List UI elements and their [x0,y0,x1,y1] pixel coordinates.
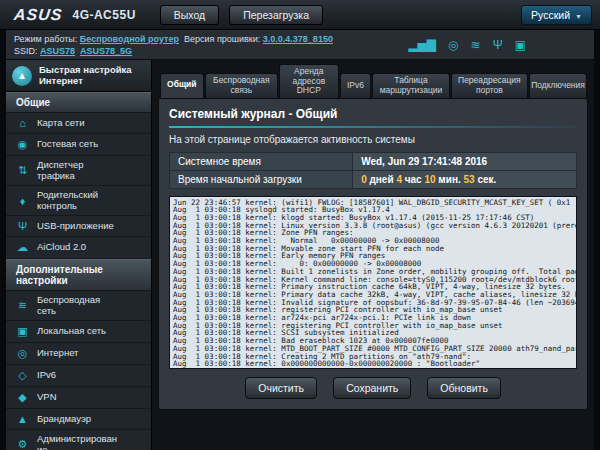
system-log-panel: Системный журнал - Общий На этой страниц… [158,98,588,410]
top-bar: ASUS 4G-AC55U Выход Перезагрузка Русский… [0,0,600,30]
status-icons: ▂▅▇ ◎ ≋ Ψ ▣ [408,38,526,52]
clients-status-icon[interactable]: ▣ [515,38,526,52]
usb-status-icon[interactable]: Ψ [493,38,503,52]
sidebar-item-label: Родительский контроль [37,190,121,211]
ipv6-icon: ◇ [15,369,30,382]
sidebar-item-label: Беспроводная сеть [37,295,121,316]
sidebar-item-parental-control[interactable]: ♦ Родительский контроль [6,186,151,216]
system-time-label: Системное время [170,152,353,170]
action-buttons: Очистить Сохранить Обновить [169,369,577,403]
uptime-minutes-unit: мин. [438,174,460,185]
sidebar-item-administration[interactable]: ⚙ Администрирование [6,430,151,450]
sidebar-item-label: Интернет [37,348,78,359]
sidebar-item-network-map[interactable]: ⌂ Карта сети [6,113,151,134]
sidebar-header-advanced: Дополнительные настройки [6,259,151,291]
tab-wireless-log[interactable]: Беспроводная связь [205,73,278,98]
system-time-value: Wed, Jun 29 17:41:48 2016 [353,152,577,170]
ssid-24g-link[interactable]: ASUS78 [40,46,75,56]
tab-routing-table[interactable]: Таблица маршрутизации [372,73,449,98]
language-label: Русский [531,9,570,21]
quick-setup-label: Быстрая настройка Интернет [39,65,135,86]
parental-control-icon: ♦ [15,195,30,207]
router-model-label: 4G-AC55U [72,8,135,22]
firmware-label: Версия прошивки: [184,34,260,44]
vpn-icon: ◆ [15,391,30,404]
usb-icon: Ψ [15,220,30,232]
uptime-hours-unit: час [405,174,422,185]
sidebar-item-wan[interactable]: ◎ Интернет [6,343,151,365]
sidebar-item-traffic-manager[interactable]: ⇅ Диспетчер трафика [6,156,151,186]
logout-button[interactable]: Выход [160,5,219,25]
network-map-icon: ⌂ [15,117,30,129]
firmware-version-link[interactable]: 3.0.0.4.378_8150 [263,34,333,44]
asus-logo: ASUS [13,6,63,24]
tab-ipv6[interactable]: IPv6 [340,73,372,98]
gear-icon: ⚙ [15,438,30,450]
shield-icon: ▲ [15,413,30,425]
rocket-icon: ▲ [12,66,32,86]
operation-mode-link[interactable]: Беспроводной роутер [80,34,179,44]
sidebar-item-usb-application[interactable]: Ψ USB-приложение [6,216,151,237]
sidebar-header-general: Общие [6,92,151,113]
system-info-table: Системное время Wed, Jun 29 17:41:48 201… [169,152,577,189]
table-row: Системное время Wed, Jun 29 17:41:48 201… [170,152,577,170]
uptime-seconds-unit: сек. [477,174,496,185]
reboot-button[interactable]: Перезагрузка [229,5,323,25]
wireless-icon: ≋ [15,299,30,312]
sidebar-item-label: IPv6 [37,370,56,381]
internet-status-icon[interactable]: ◎ [448,38,458,52]
uptime-hours: 4 [396,174,402,185]
sidebar: ▲ Быстрая настройка Интернет Общие ⌂ Кар… [6,60,152,450]
ssid-label: SSID: [14,46,38,56]
operation-mode-label: Режим работы: [14,34,77,44]
lan-icon: ▣ [15,325,30,338]
system-log-textarea[interactable]: Jun 22 23:46:57 kernel: (wifi1) FWLOG: [… [169,196,577,369]
sidebar-item-label: Брандмауэр [37,414,91,425]
guest-network-icon: ◉ [15,138,30,151]
save-button[interactable]: Сохранить [333,377,411,399]
tab-bar: Общий Беспроводная связь Аренда адресов … [160,64,588,98]
sidebar-item-quick-setup[interactable]: ▲ Быстрая настройка Интернет [6,60,151,92]
uptime-value: 0 дней 4 час 10 мин. 53 сек. [353,170,577,188]
clear-button[interactable]: Очистить [245,377,317,399]
sidebar-item-vpn[interactable]: ◆ VPN [6,387,151,409]
sidebar-item-label: Локальная сеть [37,326,106,337]
router-info: Режим работы: Беспроводной роутер Версия… [14,33,333,57]
globe-icon: ◎ [15,347,30,360]
chevron-down-icon: ▼ [575,13,582,20]
sidebar-item-ipv6[interactable]: ◇ IPv6 [6,365,151,387]
sidebar-item-label: AiCloud 2.0 [37,242,86,253]
page-description: На этой странице отображается активность… [169,134,577,145]
main-content: Общий Беспроводная связь Аренда адресов … [152,60,594,450]
language-select[interactable]: Русский▼ [521,5,592,25]
sidebar-item-label: VPN [37,392,57,403]
tab-connections[interactable]: Подключения [529,73,587,98]
sidebar-item-label: Диспетчер трафика [37,160,121,181]
sidebar-item-firewall[interactable]: ▲ Брандмауэр [6,409,151,430]
tab-general[interactable]: Общий [160,73,204,98]
tab-port-forwarding[interactable]: Переадресация портов [451,73,528,98]
traffic-manager-icon: ⇅ [15,164,30,177]
sidebar-item-aicloud[interactable]: ☁ AiCloud 2.0 [6,237,151,259]
uptime-seconds: 53 [464,174,475,185]
title-divider [169,126,577,128]
uptime-label: Время начальной загрузки [170,170,353,188]
sidebar-item-label: Карта сети [37,118,84,129]
uptime-days: 0 [361,174,367,185]
page-title: Системный журнал - Общий [169,107,577,121]
tab-dhcp-leases[interactable]: Аренда адресов DHCP [279,64,339,98]
sidebar-item-label: Гостевая сеть [37,139,98,150]
sidebar-item-label: USB-приложение [37,221,114,232]
mobile-signal-icon[interactable]: ▂▅▇ [408,38,436,52]
wifi-status-icon[interactable]: ≋ [471,38,481,52]
ssid-5g-link[interactable]: ASUS78_5G [80,46,132,56]
uptime-minutes: 10 [424,174,435,185]
sidebar-item-guest-network[interactable]: ◉ Гостевая сеть [6,134,151,156]
sidebar-item-wireless[interactable]: ≋ Беспроводная сеть [6,291,151,321]
uptime-days-unit: дней [369,174,393,185]
sidebar-item-label: Администрирование [37,434,121,450]
status-bar: Режим работы: Беспроводной роутер Версия… [6,30,594,60]
sidebar-item-lan[interactable]: ▣ Локальная сеть [6,321,151,343]
cloud-icon: ☁ [15,241,30,254]
refresh-button[interactable]: Обновить [427,377,501,399]
